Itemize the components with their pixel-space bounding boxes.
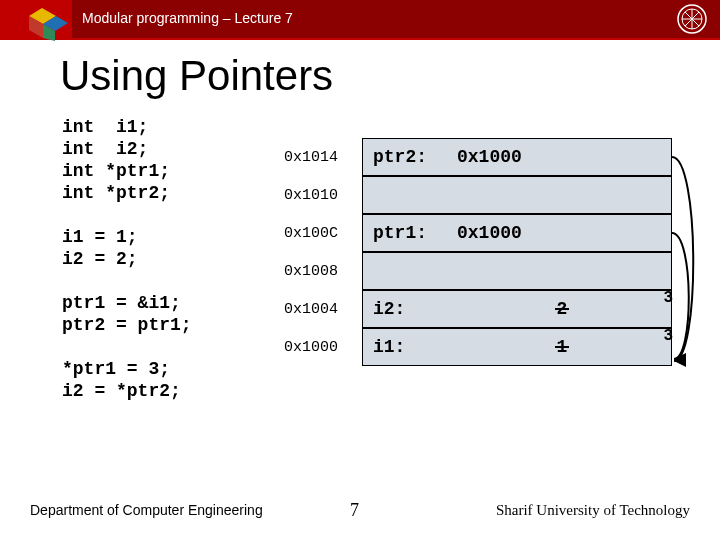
mem-row-ptr2: ptr2: 0x1000 — [362, 138, 672, 176]
addr: 0x1004 — [284, 300, 338, 338]
page-number: 7 — [350, 500, 359, 521]
lecture-label: Modular programming – Lecture 7 — [82, 10, 293, 26]
code-deref: *ptr1 = 3; i2 = *ptr2; — [62, 358, 192, 402]
footer-dept: Department of Computer Engineering — [30, 502, 263, 518]
mem-label: i1: — [363, 337, 453, 357]
header-rule — [0, 38, 720, 40]
footer-university: Sharif University of Technology — [496, 502, 690, 519]
code-assign: ptr1 = &i1; ptr2 = ptr1; — [62, 292, 192, 336]
memory-column: ptr2: 0x1000 .. ptr1: 0x1000 .. i2: 2 3 — [362, 138, 672, 366]
mem-value: 1 — [453, 337, 671, 357]
code-init: i1 = 1; i2 = 2; — [62, 226, 192, 270]
addr: 0x1000 — [284, 338, 338, 376]
addr: 0x1014 — [284, 148, 338, 186]
addr: 0x100C — [284, 224, 338, 262]
mem-row-empty: .. — [362, 252, 672, 290]
mem-label: i2: — [363, 299, 453, 319]
pointer-arrows — [670, 138, 710, 368]
puzzle-logo — [26, 4, 70, 42]
mem-value: 2 — [453, 299, 671, 319]
code-declarations: int i1; int i2; int *ptr1; int *ptr2; — [62, 116, 192, 204]
mem-row-i2: i2: 2 3 — [362, 290, 672, 328]
footer: Department of Computer Engineering 7 Sha… — [0, 502, 720, 518]
address-column: 0x1014 0x1010 0x100C 0x1008 0x1004 0x100… — [284, 148, 338, 376]
slide-title: Using Pointers — [60, 52, 720, 100]
addr: 0x1008 — [284, 262, 338, 300]
mem-row-i1: i1: 1 3 — [362, 328, 672, 366]
university-seal-icon — [676, 3, 708, 35]
mem-value: 0x1000 — [453, 147, 671, 167]
mem-label: ptr2: — [363, 147, 453, 167]
mem-row-ptr1: ptr1: 0x1000 — [362, 214, 672, 252]
mem-label: ptr1: — [363, 223, 453, 243]
code-column: int i1; int i2; int *ptr1; int *ptr2; i1… — [62, 116, 192, 424]
mem-row-empty: .. — [362, 176, 672, 214]
header-bar: Modular programming – Lecture 7 — [0, 0, 720, 38]
addr: 0x1010 — [284, 186, 338, 224]
mem-value: 0x1000 — [453, 223, 671, 243]
